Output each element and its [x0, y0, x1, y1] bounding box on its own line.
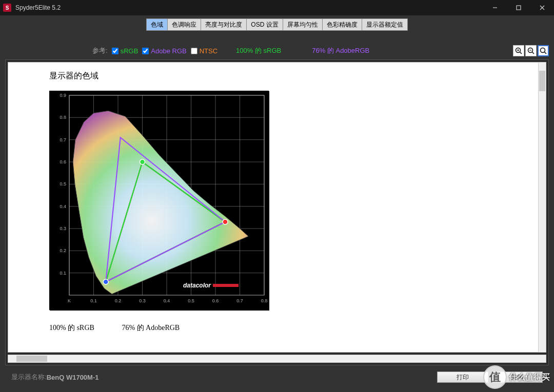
adobergb-percent: 76% 的 AdobeRGB	[312, 46, 369, 55]
svg-text:0.3: 0.3	[139, 298, 146, 303]
close-dialog-button[interactable]: 关闭	[491, 372, 543, 383]
content-frame: 显示器的色域 K0.10.20.30.40.50.60.70.80.10.20.…	[5, 59, 549, 365]
svg-text:0.6: 0.6	[212, 298, 219, 303]
svg-text:0.7: 0.7	[60, 137, 66, 142]
maximize-button[interactable]	[507, 0, 530, 15]
gamut-chart: K0.10.20.30.40.50.60.70.80.10.20.30.40.5…	[49, 91, 269, 310]
svg-text:0.2: 0.2	[60, 248, 66, 253]
svg-text:0.4: 0.4	[164, 298, 170, 303]
footer-bar: 显示器名称: BenQ W1700M-1 打印 关闭	[5, 365, 549, 389]
window-title: Spyder5Elite 5.2	[15, 4, 61, 11]
tab-3[interactable]: OSD 设置	[247, 18, 283, 31]
svg-point-52	[223, 219, 228, 224]
svg-text:0.2: 0.2	[115, 298, 122, 303]
svg-text:0.6: 0.6	[60, 159, 66, 164]
adobergb-label: Adobe RGB	[151, 47, 186, 55]
close-button[interactable]	[530, 0, 554, 15]
tab-1[interactable]: 色调响应	[168, 18, 201, 31]
report-panel: 显示器的色域 K0.10.20.30.40.50.60.70.80.10.20.…	[8, 62, 546, 353]
svg-line-12	[545, 52, 547, 54]
srgb-checkbox[interactable]	[112, 48, 118, 54]
svg-rect-1	[517, 6, 521, 10]
svg-text:0.4: 0.4	[60, 204, 66, 209]
monitor-name-label: 显示器名称:	[11, 373, 47, 382]
tab-6[interactable]: 显示器额定值	[362, 18, 408, 31]
report-title: 显示器的色域	[49, 71, 546, 81]
svg-point-11	[541, 48, 545, 53]
svg-text:0.7: 0.7	[236, 298, 243, 303]
svg-text:0.9: 0.9	[60, 93, 66, 98]
tab-4[interactable]: 屏幕均匀性	[283, 18, 323, 31]
svg-line-9	[532, 52, 535, 54]
svg-text:0.8: 0.8	[60, 115, 66, 120]
tab-2[interactable]: 亮度与对比度	[201, 18, 247, 31]
result-summary: 100% 的 sRGB 76% 的 AdobeRGB	[49, 323, 546, 333]
result-adobergb: 76% 的 AdobeRGB	[122, 324, 180, 332]
tab-0[interactable]: 色域	[146, 18, 168, 31]
svg-point-53	[140, 159, 145, 164]
svg-text:0.3: 0.3	[60, 226, 66, 231]
srgb-label: sRGB	[121, 47, 138, 55]
reference-label: 参考:	[92, 46, 108, 55]
svg-text:0.1: 0.1	[90, 298, 97, 303]
svg-text:datacolor: datacolor	[183, 282, 211, 289]
ntsc-checkbox[interactable]	[191, 48, 197, 54]
result-srgb: 100% 的 sRGB	[49, 324, 94, 332]
svg-rect-55	[213, 284, 239, 287]
svg-text:0.8: 0.8	[261, 298, 268, 303]
svg-text:K: K	[68, 298, 71, 303]
options-toolbar: 参考: sRGB Adobe RGB NTSC 100% 的 sRGB 76% …	[5, 45, 549, 56]
tab-strip: 色域色调响应亮度与对比度OSD 设置屏幕均匀性色彩精确度显示器额定值	[5, 18, 549, 31]
title-bar: S Spyder5Elite 5.2	[0, 0, 554, 15]
svg-line-5	[520, 52, 522, 54]
app-icon: S	[3, 4, 11, 12]
adobergb-checkbox[interactable]	[142, 48, 149, 54]
svg-text:0.5: 0.5	[188, 298, 194, 303]
print-button[interactable]: 打印	[437, 372, 488, 383]
svg-text:0.1: 0.1	[60, 271, 66, 276]
svg-text:0.5: 0.5	[60, 181, 66, 187]
monitor-name-value: BenQ W1700M-1	[47, 374, 99, 381]
minimize-button[interactable]	[483, 0, 507, 15]
zoom-reset-button[interactable]	[538, 45, 549, 56]
srgb-percent: 100% 的 sRGB	[236, 46, 281, 55]
zoom-out-button[interactable]	[525, 45, 537, 56]
vertical-scrollbar[interactable]	[538, 62, 546, 353]
ntsc-label: NTSC	[200, 47, 217, 55]
horizontal-scrollbar[interactable]	[8, 355, 546, 363]
zoom-in-button[interactable]	[513, 45, 524, 56]
svg-point-54	[103, 279, 108, 284]
tab-5[interactable]: 色彩精确度	[323, 18, 362, 31]
